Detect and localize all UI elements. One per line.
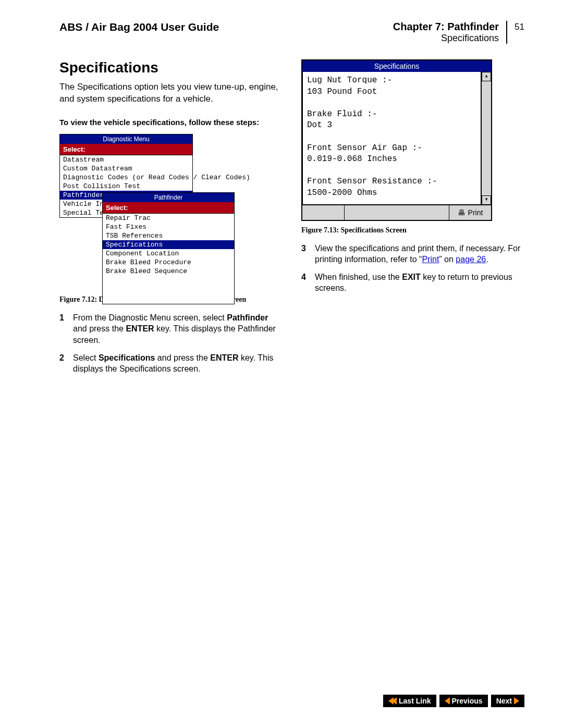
pathfinder-menu-items: Repair TracFast FixesTSB ReferencesSpeci… <box>103 214 234 276</box>
scroll-down-icon[interactable]: ▾ <box>482 195 491 205</box>
step-number: 2 <box>59 352 73 375</box>
diagnostic-menu-item[interactable]: Custom Datastream <box>60 164 192 173</box>
pathfinder-menu-item[interactable]: Repair Trac <box>103 214 234 223</box>
spec-titlebar: Specifications <box>302 60 491 72</box>
pathfinder-menu-item[interactable]: Fast Fixes <box>103 223 234 231</box>
previous-button[interactable]: Previous <box>439 695 488 707</box>
diagnostic-select-label: Select: <box>60 144 192 155</box>
diagnostic-menu-item[interactable]: Post Collision Test <box>60 182 192 191</box>
diagnostic-menu-item[interactable]: Diagnostic Codes (or Read Codes / Clear … <box>60 173 192 182</box>
step-item: 4When finished, use the EXIT key to retu… <box>301 272 524 294</box>
next-label: Next <box>496 697 512 705</box>
section-heading: Specifications <box>59 59 283 76</box>
pathfinder-select-label: Select: <box>103 202 234 214</box>
page-header: ABS / Air Bag 2004 User Guide Chapter 7:… <box>59 21 524 44</box>
print-label: Print <box>468 208 483 217</box>
page-26-link[interactable]: page 26 <box>456 255 486 264</box>
pathfinder-menu-item[interactable]: TSB References <box>103 231 234 240</box>
page-nav: Last Link Previous Next <box>383 695 524 707</box>
pathfinder-menu-item[interactable]: Brake Bleed Sequence <box>103 267 234 276</box>
left-column: Specifications The Specifications option… <box>59 59 283 381</box>
step-text: When finished, use the EXIT key to retur… <box>315 272 524 294</box>
previous-label: Previous <box>452 697 483 705</box>
double-left-arrow-icon <box>388 697 397 705</box>
last-link-label: Last Link <box>399 697 431 705</box>
page-number: 51 <box>507 21 524 32</box>
steps-list-right: 3View the specifications and print them,… <box>301 243 524 294</box>
figure-7-13-caption: Figure 7.13: Specifications Screen <box>301 226 524 235</box>
step-number: 3 <box>301 243 315 265</box>
diagnostic-menu-titlebar: Diagnostic Menu <box>60 134 192 144</box>
steps-lead: To view the vehicle specifications, foll… <box>59 118 283 127</box>
step-text: Select Specifications and press the ENTE… <box>73 352 283 375</box>
spec-text-area: Lug Nut Torque :- 103 Pound Foot Brake F… <box>302 72 481 205</box>
pathfinder-menu-item[interactable]: Specifications <box>103 240 234 249</box>
print-link[interactable]: Print <box>422 255 439 264</box>
intro-paragraph: The Specifications option lets you view … <box>59 81 283 105</box>
scroll-up-icon[interactable]: ▴ <box>482 72 491 81</box>
diagnostic-menu-item[interactable]: Datastream <box>60 155 192 164</box>
step-item: 3View the specifications and print them,… <box>301 243 524 265</box>
left-arrow-icon <box>445 697 450 705</box>
steps-list-left: 1From the Diagnostic Menu screen, select… <box>59 312 283 375</box>
spec-toolbar-spacer <box>345 205 449 220</box>
step-number: 4 <box>301 272 315 294</box>
pathfinder-menu-item[interactable]: Brake Bleed Procedure <box>103 258 234 267</box>
step-item: 1From the Diagnostic Menu screen, select… <box>59 312 283 346</box>
pathfinder-menu-window: Pathfinder Select: Repair TracFast Fixes… <box>102 192 235 304</box>
last-link-button[interactable]: Last Link <box>383 695 436 707</box>
guide-title: ABS / Air Bag 2004 User Guide <box>59 21 393 33</box>
figure-7-12: Diagnostic Menu Select: DatastreamCustom… <box>59 134 237 290</box>
print-button[interactable]: 🖶 Print <box>449 205 491 220</box>
pathfinder-menu-titlebar: Pathfinder <box>103 193 234 202</box>
specifications-screen: Specifications Lug Nut Torque :- 103 Pou… <box>301 59 492 221</box>
step-item: 2Select Specifications and press the ENT… <box>59 352 283 375</box>
spec-toolbar-spacer <box>302 205 345 220</box>
printer-icon: 🖶 <box>458 208 465 217</box>
right-column: Specifications Lug Nut Torque :- 103 Pou… <box>301 59 524 381</box>
chapter-title: Chapter 7: Pathfinder <box>393 21 499 33</box>
spec-scrollbar[interactable]: ▴ ▾ <box>481 72 491 205</box>
right-arrow-icon <box>514 697 519 705</box>
step-number: 1 <box>59 312 73 346</box>
next-button[interactable]: Next <box>491 695 524 707</box>
step-text: From the Diagnostic Menu screen, select … <box>73 312 283 346</box>
step-text: View the specifications and print them, … <box>315 243 524 265</box>
section-title: Specifications <box>393 33 499 44</box>
pathfinder-menu-item[interactable]: Component Location <box>103 249 234 258</box>
